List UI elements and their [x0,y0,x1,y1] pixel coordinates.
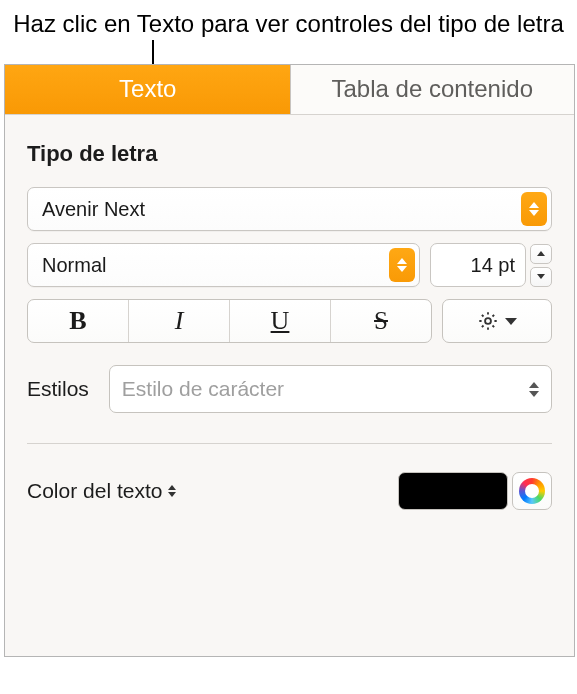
character-style-popup[interactable]: Estilo de carácter [109,365,552,413]
font-size-input[interactable]: 14 pt [430,243,526,287]
color-wheel-icon [519,478,545,504]
underline-button[interactable]: U [229,300,330,342]
section-divider [27,443,552,444]
text-format-group: B I U S [27,299,432,343]
font-size-down-button[interactable] [530,267,552,287]
font-style-value: Normal [42,254,389,277]
text-color-swatch[interactable] [398,472,508,510]
font-family-popup[interactable]: Avenir Next [27,187,552,231]
popup-arrow-icon [389,248,415,282]
gear-icon [477,310,499,332]
bold-icon: B [69,306,86,336]
font-size-stepper [530,244,552,287]
color-picker-button[interactable] [512,472,552,510]
font-section-header: Tipo de letra [27,141,552,167]
italic-icon: I [175,306,184,336]
styles-label: Estilos [27,377,89,401]
font-size-up-button[interactable] [530,244,552,264]
font-style-popup[interactable]: Normal [27,243,420,287]
chevron-down-icon [505,318,517,325]
italic-button[interactable]: I [128,300,229,342]
tab-table-of-contents[interactable]: Tabla de contenido [290,65,575,114]
panel-content: Tipo de letra Avenir Next Normal 14 pt B… [5,115,574,510]
tab-text[interactable]: Texto [5,65,290,114]
popup-arrow-icon [168,485,176,497]
chevron-down-icon [537,274,545,279]
popup-arrow-icon [521,192,547,226]
strikethrough-button[interactable]: S [330,300,431,342]
text-color-popup[interactable]: Color del texto [27,479,176,503]
text-color-controls [398,472,552,510]
callout-leader-line [152,40,154,64]
font-size-field: 14 pt [430,243,552,287]
panel-tabs: Texto Tabla de contenido [5,65,574,115]
text-color-label: Color del texto [27,479,162,503]
strikethrough-icon: S [374,307,388,335]
chevron-up-icon [537,251,545,256]
popup-arrow-icon [529,382,539,397]
svg-point-0 [485,318,491,324]
callout-annotation: Haz clic en Texto para ver controles del… [0,0,577,40]
underline-icon: U [271,306,290,336]
bold-button[interactable]: B [28,300,128,342]
character-style-placeholder: Estilo de carácter [122,377,529,401]
advanced-options-button[interactable] [442,299,552,343]
font-family-value: Avenir Next [42,198,521,221]
format-panel: Texto Tabla de contenido Tipo de letra A… [4,64,575,657]
